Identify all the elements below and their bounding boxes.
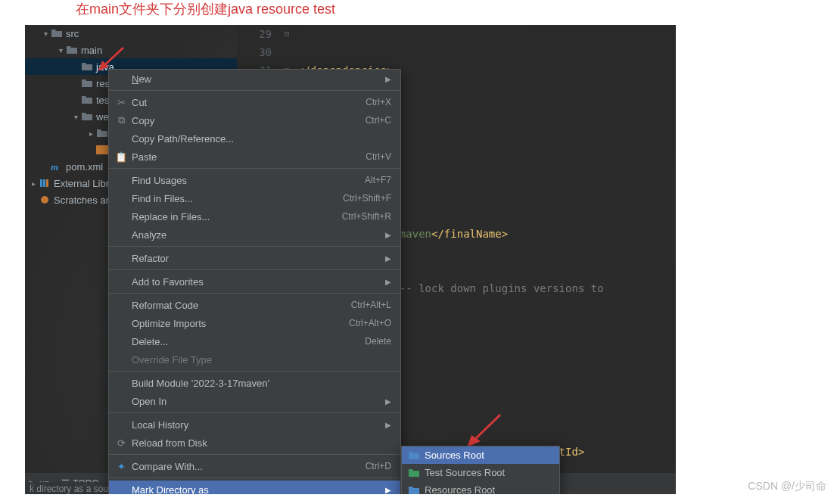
menu-mark-directory-as[interactable]: Mark Directory as▶ — [109, 481, 400, 494]
menu-separator — [109, 246, 400, 247]
reload-icon: ⟳ — [115, 437, 127, 449]
copy-icon: ⧉ — [115, 114, 127, 126]
clipboard-icon: 📋 — [115, 151, 127, 163]
svg-rect-3 — [46, 179, 48, 187]
folder-icon — [66, 45, 78, 55]
menu-local-history[interactable]: Local History▶ — [109, 415, 400, 434]
watermark: CSDN @/少司命 — [748, 480, 826, 493]
folder-icon — [51, 28, 63, 39]
menu-separator — [109, 90, 400, 91]
menu-reload-disk[interactable]: ⟳ Reload from Disk — [109, 434, 400, 452]
folder-icon — [81, 78, 93, 89]
resources-folder-icon — [408, 485, 420, 495]
mark-directory-submenu[interactable]: Sources Root Test Sources Root Resources… — [401, 446, 560, 494]
page-annotation: 在main文件夹下分别创建java resource test — [76, 0, 335, 18]
chevron-right-icon: ▶ — [385, 254, 391, 263]
menu-reformat[interactable]: Reformat CodeCtrl+Alt+L — [109, 296, 400, 314]
maven-icon: m — [51, 161, 63, 172]
menu-open-in[interactable]: Open In▶ — [109, 392, 400, 410]
menu-find-in-files[interactable]: Find in Files...Ctrl+Shift+F — [109, 189, 400, 207]
menu-refactor[interactable]: Refactor▶ — [109, 249, 400, 267]
chevron-right-icon: ▶ — [385, 421, 391, 429]
submenu-test-sources-root[interactable]: Test Sources Root — [402, 464, 559, 481]
test-sources-folder-icon — [408, 468, 420, 478]
menu-find-usages[interactable]: Find UsagesAlt+F7 — [109, 171, 400, 189]
submenu-resources-root[interactable]: Resources Root — [402, 481, 559, 494]
chevron-right-icon: ▶ — [385, 75, 391, 83]
library-icon — [39, 178, 51, 188]
menu-copy-path[interactable]: Copy Path/Reference... — [109, 129, 400, 148]
menu-add-favorites[interactable]: Add to Favorites▶ — [109, 272, 400, 291]
svg-rect-0 — [96, 145, 108, 154]
menu-replace-in-files[interactable]: Replace in Files...Ctrl+Shift+R — [109, 207, 400, 226]
chevron-right-icon: ▸ — [28, 179, 39, 188]
menu-paste[interactable]: 📋 PasteCtrl+V — [109, 148, 400, 166]
submenu-sources-root[interactable]: Sources Root — [402, 446, 559, 464]
scissors-icon: ✂ — [115, 96, 127, 108]
folder-icon — [81, 61, 93, 72]
chevron-right-icon: ▶ — [385, 231, 391, 239]
svg-point-4 — [41, 196, 48, 204]
tree-node-main[interactable]: ▾ main — [25, 42, 237, 58]
compare-icon: ✦ — [115, 460, 127, 472]
chevron-down-icon: ▾ — [70, 113, 81, 121]
chevron-right-icon: ▶ — [385, 278, 391, 286]
folder-icon — [96, 128, 108, 138]
tree-node-src[interactable]: ▾ src — [25, 25, 237, 42]
chevron-right-icon: ▶ — [385, 397, 391, 406]
folder-icon — [81, 111, 93, 122]
menu-new[interactable]: New ▶ — [109, 70, 400, 88]
menu-separator — [109, 454, 400, 455]
sources-folder-icon — [408, 450, 420, 461]
menu-copy[interactable]: ⧉ CopyCtrl+C — [109, 111, 400, 129]
menu-delete[interactable]: Delete...Delete — [109, 332, 400, 350]
chevron-down-icon: ▾ — [55, 46, 66, 54]
menu-separator — [109, 371, 400, 372]
chevron-down-icon: ▾ — [40, 30, 51, 38]
menu-separator — [109, 269, 400, 270]
scratches-icon — [39, 194, 51, 205]
menu-override-file-type[interactable]: Override File Type — [109, 350, 400, 369]
menu-separator — [109, 293, 400, 294]
jsp-file-icon — [96, 145, 108, 155]
svg-rect-2 — [43, 179, 45, 187]
chevron-right-icon: ▶ — [385, 486, 391, 494]
menu-build-module[interactable]: Build Module '2022-3-17maven' — [109, 374, 400, 392]
menu-separator — [109, 478, 400, 478]
menu-compare-with[interactable]: ✦ Compare With...Ctrl+D — [109, 457, 400, 475]
menu-analyze[interactable]: Analyze▶ — [109, 226, 400, 244]
menu-separator — [109, 168, 400, 169]
fold-collapse-icon[interactable]: ⊟ — [279, 25, 294, 43]
menu-cut[interactable]: ✂ CutCtrl+X — [109, 93, 400, 111]
menu-separator — [109, 412, 400, 413]
chevron-right-icon: ▸ — [86, 129, 96, 138]
menu-optimize-imports[interactable]: Optimize ImportsCtrl+Alt+O — [109, 314, 400, 332]
ide-window: ▾ src ▾ main java resources — [25, 25, 676, 494]
folder-icon — [81, 95, 93, 105]
svg-rect-1 — [40, 179, 42, 187]
context-menu[interactable]: New ▶ ✂ CutCtrl+X ⧉ CopyCtrl+C Copy Path… — [108, 69, 401, 494]
